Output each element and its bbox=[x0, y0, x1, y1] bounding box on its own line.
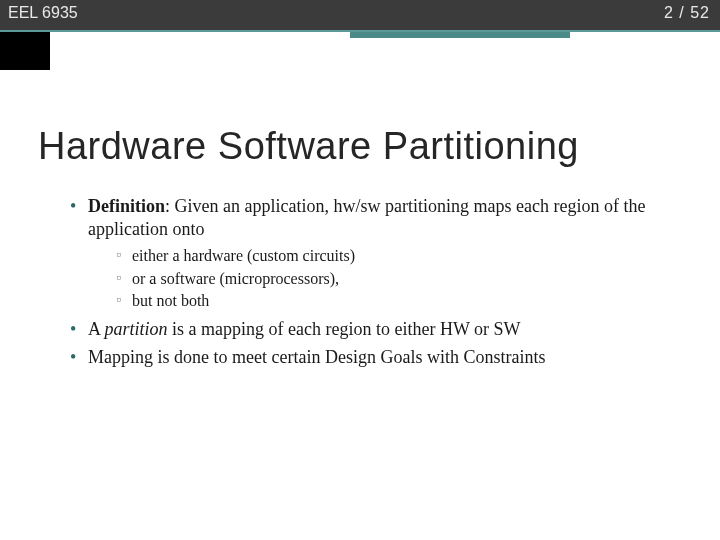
slide-title: Hardware Software Partitioning bbox=[38, 125, 579, 168]
course-code: EEL 6935 bbox=[8, 4, 78, 22]
partition-pre: A bbox=[88, 319, 105, 339]
definition-label: Definition bbox=[88, 196, 165, 216]
page-total: 52 bbox=[690, 4, 710, 21]
page-current: 2 bbox=[664, 4, 674, 21]
sub-bullet-hardware: either a hardware (custom circuits) bbox=[116, 246, 680, 267]
page-sep: / bbox=[674, 4, 690, 21]
decorative-corner-box bbox=[0, 32, 50, 70]
slide-header: EEL 6935 2 / 52 bbox=[0, 0, 720, 32]
definition-text: : Given an application, hw/sw partitioni… bbox=[88, 196, 645, 239]
bullet-partition: A partition is a mapping of each region … bbox=[70, 318, 680, 341]
slide-body: Definition: Given an application, hw/sw … bbox=[50, 195, 680, 373]
bullet-mapping: Mapping is done to meet certain Design G… bbox=[70, 346, 680, 369]
partition-term: partition bbox=[105, 319, 168, 339]
accent-bar bbox=[350, 32, 570, 38]
sub-bullet-software: or a software (microprocessors), bbox=[116, 269, 680, 290]
page-number: 2 / 52 bbox=[664, 4, 710, 22]
bullet-definition: Definition: Given an application, hw/sw … bbox=[70, 195, 680, 312]
sub-bullet-notboth: but not both bbox=[116, 291, 680, 312]
partition-post: is a mapping of each region to either HW… bbox=[168, 319, 521, 339]
